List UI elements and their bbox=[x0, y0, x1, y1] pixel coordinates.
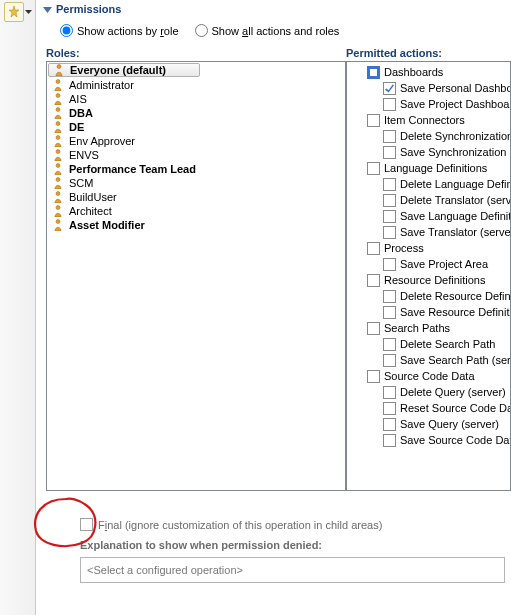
tree-item[interactable]: Save Synchronization Rule bbox=[379, 144, 510, 160]
tree-item[interactable]: Save Source Code Data bbox=[379, 432, 510, 448]
tree-checkbox[interactable] bbox=[367, 274, 380, 287]
tree-item[interactable]: Save Project Area bbox=[379, 256, 510, 272]
person-icon bbox=[53, 191, 63, 203]
tree-checkbox[interactable] bbox=[383, 290, 396, 303]
tree-label: Save Resource Definition bbox=[400, 306, 511, 318]
tree-checkbox[interactable] bbox=[383, 210, 396, 223]
role-item[interactable]: Everyone (default) bbox=[48, 63, 200, 77]
radio-by-role[interactable]: Show actions by role bbox=[60, 24, 179, 37]
role-label: SCM bbox=[69, 177, 93, 189]
tree-item[interactable]: Dashboards bbox=[363, 64, 510, 80]
tree-checkbox[interactable] bbox=[383, 306, 396, 319]
radio-all[interactable]: Show all actions and roles bbox=[195, 24, 340, 37]
tree-item[interactable]: Save Query (server) bbox=[379, 416, 510, 432]
tree-checkbox[interactable] bbox=[367, 322, 380, 335]
toolbar-button[interactable] bbox=[4, 2, 24, 22]
select-operation-field[interactable]: <Select a configured operation> bbox=[80, 557, 505, 583]
tree-item[interactable]: Save Search Path (server) bbox=[379, 352, 510, 368]
tree-item[interactable]: Item Connectors bbox=[363, 112, 510, 128]
radio-by-role-input[interactable] bbox=[60, 24, 73, 37]
tree-item[interactable]: Delete Search Path bbox=[379, 336, 510, 352]
tree-item[interactable]: Save Personal Dashboard bbox=[379, 80, 510, 96]
tree-checkbox[interactable] bbox=[383, 338, 396, 351]
role-label: Everyone (default) bbox=[70, 64, 166, 76]
svg-point-0 bbox=[57, 65, 61, 69]
tree-checkbox[interactable] bbox=[367, 162, 380, 175]
role-item[interactable]: AIS bbox=[47, 92, 345, 106]
tree-item[interactable]: Reset Source Code Data bbox=[379, 400, 510, 416]
actions-label: Permitted actions: bbox=[346, 45, 511, 61]
actions-tree[interactable]: DashboardsSave Personal DashboardSave Pr… bbox=[346, 61, 511, 491]
tree-item[interactable]: Save Language Definition bbox=[379, 208, 510, 224]
tree-label: Save Synchronization Rule bbox=[400, 146, 511, 158]
person-icon bbox=[53, 121, 63, 133]
tree-item[interactable]: Delete Translator (server) bbox=[379, 192, 510, 208]
tree-item[interactable]: Process bbox=[363, 240, 510, 256]
roles-listbox[interactable]: Everyone (default)AdministratorAISDBADEE… bbox=[46, 61, 346, 491]
tree-label: Save Project Dashboard bbox=[400, 98, 511, 110]
tree-item[interactable]: Resource Definitions bbox=[363, 272, 510, 288]
role-item[interactable]: Administrator bbox=[47, 78, 345, 92]
tree-checkbox[interactable] bbox=[383, 354, 396, 367]
svg-point-9 bbox=[56, 192, 60, 196]
svg-point-7 bbox=[56, 164, 60, 168]
explanation-label: Explanation to show when permission deni… bbox=[80, 539, 505, 551]
role-label: Architect bbox=[69, 205, 112, 217]
tree-checkbox[interactable] bbox=[383, 178, 396, 191]
tree-checkbox[interactable] bbox=[367, 370, 380, 383]
tree-checkbox[interactable] bbox=[367, 242, 380, 255]
tree-checkbox[interactable] bbox=[383, 130, 396, 143]
role-item[interactable]: ENVS bbox=[47, 148, 345, 162]
tree-checkbox[interactable] bbox=[383, 258, 396, 271]
tree-checkbox[interactable] bbox=[383, 98, 396, 111]
role-item[interactable]: Architect bbox=[47, 204, 345, 218]
role-item[interactable]: Env Approver bbox=[47, 134, 345, 148]
role-item[interactable]: DE bbox=[47, 120, 345, 134]
tree-item[interactable]: Delete Query (server) bbox=[379, 384, 510, 400]
role-item[interactable]: Performance Team Lead bbox=[47, 162, 345, 176]
radio-all-input[interactable] bbox=[195, 24, 208, 37]
final-checkbox[interactable] bbox=[80, 518, 93, 531]
tree-checkbox[interactable] bbox=[383, 194, 396, 207]
role-label: DBA bbox=[69, 107, 93, 119]
toolbar-dropdown[interactable] bbox=[24, 6, 32, 18]
tree-checkbox[interactable] bbox=[367, 66, 380, 79]
tree-item[interactable]: Delete Language Definition bbox=[379, 176, 510, 192]
tree-item[interactable]: Save Resource Definition bbox=[379, 304, 510, 320]
tree-checkbox[interactable] bbox=[383, 146, 396, 159]
permissions-panel: Permissions Show actions by role Show al… bbox=[36, 0, 511, 615]
person-icon bbox=[53, 149, 63, 161]
role-item[interactable]: Asset Modifier bbox=[47, 218, 345, 232]
svg-point-5 bbox=[56, 136, 60, 140]
tree-item[interactable]: Search Paths bbox=[363, 320, 510, 336]
tree-item[interactable]: Save Translator (server) bbox=[379, 224, 510, 240]
svg-point-4 bbox=[56, 122, 60, 126]
person-icon bbox=[53, 135, 63, 147]
role-item[interactable]: SCM bbox=[47, 176, 345, 190]
section-header[interactable]: Permissions bbox=[36, 0, 511, 18]
role-item[interactable]: BuildUser bbox=[47, 190, 345, 204]
tree-item[interactable]: Delete Resource Definition bbox=[379, 288, 510, 304]
tree-checkbox[interactable] bbox=[383, 386, 396, 399]
person-icon bbox=[53, 219, 63, 231]
tree-checkbox[interactable] bbox=[383, 226, 396, 239]
tree-label: Delete Query (server) bbox=[400, 386, 506, 398]
tree-checkbox[interactable] bbox=[383, 402, 396, 415]
star-icon bbox=[8, 6, 20, 18]
role-label: Administrator bbox=[69, 79, 134, 91]
role-label: Performance Team Lead bbox=[69, 163, 196, 175]
tree-item[interactable]: Language Definitions bbox=[363, 160, 510, 176]
tree-checkbox[interactable] bbox=[367, 114, 380, 127]
tree-item[interactable]: Save Project Dashboard bbox=[379, 96, 510, 112]
tree-checkbox[interactable] bbox=[383, 434, 396, 447]
role-item[interactable]: DBA bbox=[47, 106, 345, 120]
tree-checkbox[interactable] bbox=[383, 82, 396, 95]
left-toolbar bbox=[0, 0, 36, 615]
collapse-icon[interactable] bbox=[42, 4, 52, 14]
person-icon bbox=[54, 64, 64, 76]
person-icon bbox=[53, 93, 63, 105]
tree-item[interactable]: Source Code Data bbox=[363, 368, 510, 384]
tree-label: Delete Translator (server) bbox=[400, 194, 511, 206]
tree-checkbox[interactable] bbox=[383, 418, 396, 431]
tree-item[interactable]: Delete Synchronization Rule bbox=[379, 128, 510, 144]
